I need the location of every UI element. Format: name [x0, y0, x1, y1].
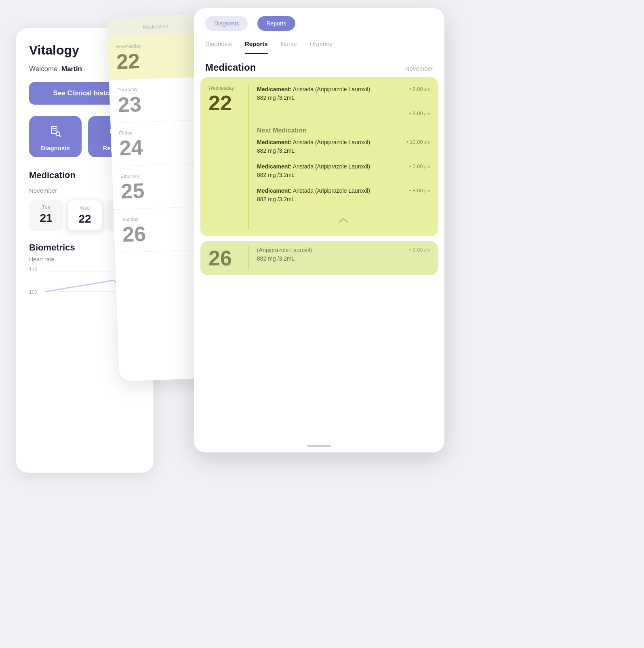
medication-detail-card: Diagnosis Reports Diagnosis Reports Nurs…: [194, 8, 444, 452]
cal-day-num-22: 22: [116, 48, 198, 72]
top-pills-row: Diagnosis Reports: [194, 8, 444, 40]
day-name-tue: Tue: [32, 204, 60, 210]
cal-day-name-wed: Wednesday: [116, 41, 197, 50]
day-num-21: 21: [32, 212, 60, 225]
med-main-item-1-label: Medicament:: [257, 86, 292, 93]
med-next-item-1-period: am: [424, 140, 430, 145]
tab-reports[interactable]: Reports: [245, 40, 268, 54]
chart-min-label: 100: [29, 289, 37, 295]
pill-diagnosis[interactable]: Diagnosis: [205, 16, 248, 31]
med-main-item-1-text: Medicament: Aristada (Aripiprazole Lauro…: [257, 85, 370, 102]
med-next-item-3-time: 8.00 pm: [403, 187, 430, 194]
med-next-item-3-label: Medicament:: [257, 187, 292, 194]
med-main-items-col: Medicament: Aristada (Aripiprazole Lauro…: [249, 85, 430, 230]
welcome-name: Martin: [61, 65, 82, 73]
med-title: Medication: [205, 62, 256, 73]
med-header: Medication November: [194, 54, 444, 77]
calendar-day-23[interactable]: Thursday 23: [109, 77, 208, 123]
med-bottom-date-col: 26: [208, 246, 249, 270]
collapse-arrow[interactable]: [257, 211, 430, 230]
cal-day-num-26: 26: [122, 221, 204, 245]
med-bottom-item: (Aripiprazole Lauroxil)882 mg /3.2mL 8.0…: [257, 246, 430, 263]
med-main-row: Wednesday 22 Medicament: Aristada (Aripi…: [200, 77, 438, 236]
date-tue-21[interactable]: Tue 21: [29, 200, 63, 231]
cal-day-num-25: 25: [120, 178, 202, 202]
calendar-header-title: Medication: [115, 22, 196, 31]
svg-line-4: [59, 135, 61, 137]
med-main-item-2: 8.00 pm: [257, 109, 430, 116]
cal-day-name-sat: Saturday: [120, 171, 201, 179]
med-next-title: Next Medication: [257, 124, 430, 138]
calendar-day-22[interactable]: Wednesday 22: [107, 34, 206, 80]
bottom-indicator: [307, 445, 331, 447]
welcome-prefix: Welcome: [29, 65, 58, 73]
med-body: Wednesday 22 Medicament: Aristada (Aripi…: [194, 77, 444, 442]
med-next-item-1-text: Medicament: Aristada (Aripiprazole Lauro…: [257, 138, 370, 155]
med-next-item-2-period: pm: [424, 164, 430, 169]
day-num-22: 22: [71, 212, 99, 225]
med-bottom-item-time: 8.00 pm: [403, 246, 430, 253]
med-main-item-2-time: 8.00 pm: [403, 109, 430, 116]
calendar-header: Medication: [107, 15, 204, 37]
med-main-item-1-time: 8.00 am: [403, 85, 430, 92]
med-next-item-1-time: 10.00 am: [400, 138, 430, 145]
diagnosis-label: Diagnosis: [41, 145, 70, 151]
med-next-item-2-time: 2.00 pm: [403, 162, 430, 169]
cal-day-name-thu: Thursday: [117, 84, 198, 93]
date-wed-22[interactable]: Wed 22: [67, 200, 103, 231]
med-main-weekday: Wednesday: [208, 85, 240, 91]
med-nav-tabs: Diagnosis Reports Nurse Urgency: [194, 40, 444, 54]
pill-reports[interactable]: Reports: [257, 16, 295, 31]
med-next-item-2-text: Medicament: Aristada (Aripiprazole Lauro…: [257, 162, 370, 179]
med-main-date-col: Wednesday 22: [208, 85, 249, 230]
med-bottom-item-text: (Aripiprazole Lauroxil)882 mg /3.2mL: [257, 246, 312, 263]
med-main-day: 22: [208, 93, 240, 114]
day-name-wed: Wed: [71, 205, 99, 211]
med-next-item-1-label: Medicament:: [257, 139, 292, 145]
med-next-item-2-label: Medicament:: [257, 163, 292, 170]
med-main-item-1: Medicament: Aristada (Aripiprazole Lauro…: [257, 85, 430, 102]
tab-nurse[interactable]: Nurse: [281, 40, 297, 54]
med-main-item-2-period: pm: [424, 112, 430, 116]
cal-day-num-23: 23: [118, 92, 199, 116]
med-bottom-day: 26: [208, 248, 240, 269]
med-next-item-3: Medicament: Aristada (Aripiprazole Lauro…: [257, 187, 430, 204]
cal-day-num-24: 24: [119, 135, 201, 159]
diagnosis-icon: [49, 125, 62, 141]
med-next-item-1: Medicament: Aristada (Aripiprazole Lauro…: [257, 138, 430, 155]
cal-day-name-sun: Sunday: [122, 214, 203, 222]
med-bottom-item-period: pm: [424, 248, 430, 252]
tab-diagnosis[interactable]: Diagnosis: [205, 40, 232, 54]
med-next-item-3-period: pm: [424, 189, 430, 193]
med-bottom-items-col: (Aripiprazole Lauroxil)882 mg /3.2mL 8.0…: [249, 246, 430, 270]
med-main-item-1-period: am: [424, 87, 430, 92]
diagnosis-card[interactable]: Diagnosis: [29, 116, 82, 157]
tab-urgency[interactable]: Urgency: [310, 40, 333, 54]
med-next-item-2: Medicament: Aristada (Aripiprazole Lauro…: [257, 162, 430, 179]
med-bottom-row: 26 (Aripiprazole Lauroxil)882 mg /3.2mL …: [200, 241, 438, 275]
med-next-item-3-text: Medicament: Aristada (Aripiprazole Lauro…: [257, 187, 370, 204]
chart-max-label: 110: [29, 267, 37, 272]
med-month: November: [405, 65, 433, 72]
cal-day-name-fri: Friday: [119, 128, 200, 136]
